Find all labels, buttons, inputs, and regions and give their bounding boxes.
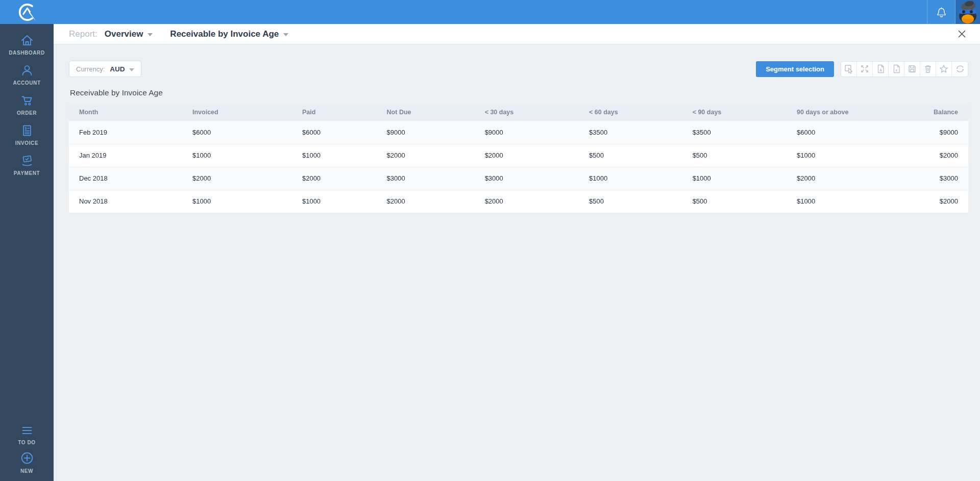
home-icon: [20, 34, 34, 46]
select-area-icon: [844, 64, 854, 74]
column-header: Paid: [292, 104, 377, 121]
row-month: Feb 2019: [69, 121, 182, 144]
sidebar-item-invoice[interactable]: $ INVOICE: [0, 124, 54, 146]
table-cell: $2000: [787, 167, 899, 190]
invoice-icon: $: [20, 124, 34, 137]
sidebar-item-new[interactable]: NEW: [0, 451, 54, 474]
table-head: MonthInvoicedPaidNot Due< 30 days< 60 da…: [69, 104, 968, 121]
refresh-button[interactable]: [952, 62, 968, 77]
table-body: Feb 2019$6000$6000$9000$9000$3500$3500$6…: [69, 121, 968, 213]
report-type-value: Overview: [105, 29, 143, 39]
toolbar: Segment selection: [756, 61, 968, 77]
page-title: Receivable by Invoice Age: [70, 88, 968, 97]
payment-icon: [20, 155, 34, 167]
table-cell: $1000: [682, 167, 787, 190]
table-cell: $3000: [377, 167, 475, 190]
table-cell: $3000: [475, 167, 579, 190]
table-cell: $1000: [182, 144, 292, 167]
table-cell: $9000: [377, 121, 475, 144]
sidebar-item-label: INVOICE: [15, 140, 38, 146]
table-row: Feb 2019$6000$6000$9000$9000$3500$3500$6…: [69, 121, 968, 144]
todo-list-icon: [20, 425, 34, 436]
table-cell: $1000: [787, 190, 899, 213]
save-button[interactable]: [904, 62, 920, 77]
bell-icon: [936, 6, 947, 18]
row-month: Nov 2018: [69, 190, 182, 213]
table-cell: $2000: [899, 144, 968, 167]
table-row: Jan 2019$1000$1000$2000$2000$500$500$100…: [69, 144, 968, 167]
select-area-button[interactable]: [841, 62, 857, 77]
table-row: Dec 2018$2000$2000$3000$3000$1000$1000$2…: [69, 167, 968, 190]
table-cell: $9000: [475, 121, 579, 144]
column-header: Not Due: [377, 104, 475, 121]
logo-icon: [16, 1, 38, 23]
report-name-value: Receivable by Invoice Age: [170, 29, 279, 39]
report-label: Report:: [69, 29, 97, 39]
row-month: Dec 2018: [69, 167, 182, 190]
table-cell: $500: [579, 144, 682, 167]
table-cell: $2000: [899, 190, 968, 213]
export-pdf-button[interactable]: A: [873, 62, 889, 77]
user-avatar[interactable]: [955, 0, 980, 24]
toolbar-icon-group: A x: [841, 61, 968, 77]
sidebar-item-label: NEW: [20, 468, 33, 474]
column-header: 90 days or above: [787, 104, 899, 121]
column-header: Invoiced: [182, 104, 292, 121]
delete-button[interactable]: [920, 62, 936, 77]
export-excel-button[interactable]: x: [889, 62, 904, 77]
column-header: Month: [69, 104, 182, 121]
sidebar: DASHBOARD ACCOUNT ORDER $ INVOICE PAYMEN…: [0, 24, 54, 481]
currency-label: Currency:: [76, 65, 105, 73]
table-cell: $2000: [377, 144, 475, 167]
table-cell: $1000: [292, 144, 377, 167]
svg-text:A: A: [879, 68, 883, 72]
row-month: Jan 2019: [69, 144, 182, 167]
report-type-selector[interactable]: Overview: [105, 29, 153, 39]
sidebar-bottom-group: TO DO NEW: [0, 425, 54, 474]
star-icon: [939, 64, 949, 74]
svg-text:$: $: [24, 126, 27, 131]
table-cell: $6000: [182, 121, 292, 144]
table-cell: $1000: [579, 167, 682, 190]
column-header: Balance: [899, 104, 968, 121]
person-icon: [20, 64, 34, 77]
table-cell: $6000: [292, 121, 377, 144]
report-name-selector[interactable]: Receivable by Invoice Age: [170, 29, 288, 39]
main-area: Report: Overview Receivable by Invoice A…: [54, 24, 980, 481]
table-cell: $2000: [377, 190, 475, 213]
app-logo[interactable]: [0, 0, 54, 24]
sidebar-item-todo[interactable]: TO DO: [0, 425, 54, 445]
table-cell: $1000: [787, 144, 899, 167]
table-cell: $500: [682, 190, 787, 213]
report-content: Currency: AUD Segment selection: [54, 44, 980, 213]
table-cell: $3500: [579, 121, 682, 144]
currency-selector[interactable]: Currency: AUD: [69, 61, 141, 77]
trash-icon: [923, 64, 933, 74]
segment-selection-button[interactable]: Segment selection: [756, 61, 834, 77]
table-cell: $2000: [182, 167, 292, 190]
sidebar-item-dashboard[interactable]: DASHBOARD: [0, 34, 54, 56]
favorite-button[interactable]: [936, 62, 952, 77]
sidebar-item-order[interactable]: ORDER: [0, 94, 54, 116]
notifications-button[interactable]: [927, 0, 955, 24]
table-cell: $2000: [292, 167, 377, 190]
sidebar-item-label: PAYMENT: [14, 170, 40, 176]
svg-text:x: x: [895, 68, 898, 72]
table-cell: $500: [579, 190, 682, 213]
sidebar-item-payment[interactable]: PAYMENT: [0, 155, 54, 176]
chevron-down-icon: [148, 33, 153, 36]
table-cell: $9000: [899, 121, 968, 144]
table-cell: $1000: [182, 190, 292, 213]
export-pdf-icon: A: [875, 64, 886, 74]
controls-row: Currency: AUD Segment selection: [69, 61, 968, 77]
expand-button[interactable]: [857, 62, 873, 77]
table-header-row: MonthInvoicedPaidNot Due< 30 days< 60 da…: [69, 104, 968, 121]
refresh-icon: [955, 64, 965, 74]
save-icon: [907, 64, 917, 74]
plus-circle-icon: [20, 451, 34, 465]
sidebar-item-account[interactable]: ACCOUNT: [0, 64, 54, 86]
close-report-button[interactable]: [957, 29, 967, 39]
column-header: < 30 days: [475, 104, 579, 121]
sidebar-item-label: ORDER: [17, 110, 37, 116]
topbar: [0, 0, 980, 24]
